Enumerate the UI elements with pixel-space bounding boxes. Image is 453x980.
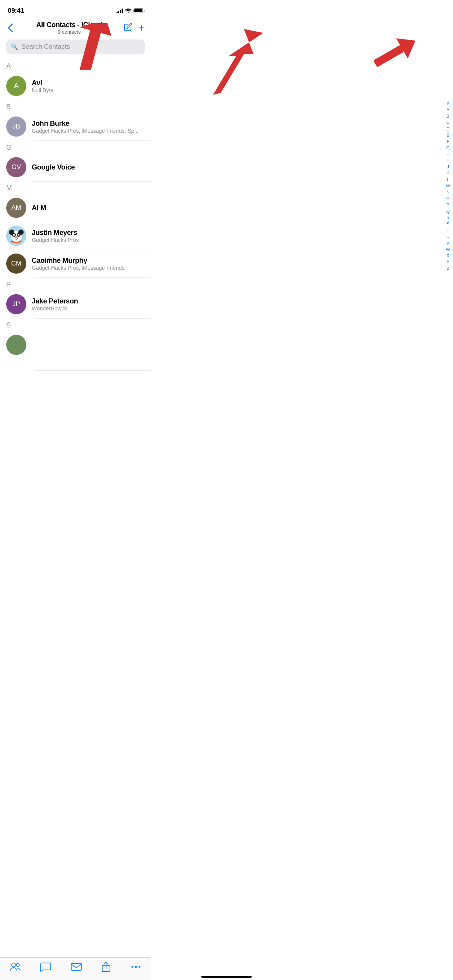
nav-title-container: All Contacts - iCloud 9 contacts [15,21,124,35]
contact-row-jake-peterson[interactable]: JP Jake Peterson WonderHowTo [0,290,151,318]
section-a: A A Avi Null Byte [0,59,151,100]
svg-point-10 [18,235,19,235]
contact-subtitle-justin-meyers: Gadget Hacks Pros [32,237,145,243]
contact-name-caoimhe-murphy: Caoimhe Murphy [32,257,145,265]
contact-name-google-voice: Google Voice [32,163,145,171]
contact-info-john-burke: John Burke Gadget Hacks Pros, iMessage F… [32,120,145,134]
svg-point-11 [15,236,17,238]
status-icons [117,9,144,13]
nav-title: All Contacts - iCloud [15,21,124,29]
contact-info-justin-meyers: Justin Meyers Gadget Hacks Pros [32,229,145,243]
search-bar[interactable]: 🔍 Search Contacts [6,39,145,54]
contact-info-al-m: Al M [32,204,145,212]
section-header-p: P [0,278,151,290]
contact-info-google-voice: Google Voice [32,163,145,171]
nav-header: All Contacts - iCloud 9 contacts + [0,19,151,39]
battery-icon [134,9,143,13]
section-header-b: B [0,100,151,113]
edit-button[interactable] [124,23,132,33]
section-g: G GV Google Voice [0,140,151,181]
avatar-al-m: AM [6,198,26,218]
contact-row-caoimhe-murphy[interactable]: CM Caoimhe Murphy Gadget Hacks Pros, iMe… [0,250,151,278]
contact-name-john-burke: John Burke [32,120,145,128]
contact-row-google-voice[interactable]: GV Google Voice [0,153,151,181]
svg-point-9 [14,235,14,235]
nav-actions: + [124,22,145,33]
contact-subtitle-john-burke: Gadget Hacks Pros, iMessage Friends, Sp.… [32,128,145,134]
contact-row-s-partial[interactable] [0,331,151,370]
section-header-s: S [0,318,151,331]
avatar-avi: A [6,76,26,96]
contact-name-jake-peterson: Jake Peterson [32,297,145,305]
contact-name-avi: Avi [32,79,145,87]
contact-info-caoimhe-murphy: Caoimhe Murphy Gadget Hacks Pros, iMessa… [32,257,145,271]
search-container: 🔍 Search Contacts [0,39,151,59]
section-header-m: M [0,181,151,194]
section-m: M AM Al M [0,181,151,278]
section-p: P JP Jake Peterson WonderHowTo [0,278,151,318]
add-contact-button[interactable]: + [139,22,145,33]
contact-subtitle-caoimhe-murphy: Gadget Hacks Pros, iMessage Friends [32,265,145,271]
contact-name-justin-meyers: Justin Meyers [32,229,145,237]
contact-name-al-m: Al M [32,204,145,212]
avatar-jake-peterson: JP [6,294,26,314]
avatar-google-voice: GV [6,157,26,177]
contact-list: A A Avi Null Byte B JB John Burke Gadget… [0,59,151,405]
nav-subtitle: 9 contacts [15,29,124,35]
avatar-caoimhe-murphy: CM [6,254,26,274]
contact-row-john-burke[interactable]: JB John Burke Gadget Hacks Pros, iMessag… [0,113,151,140]
section-b: B JB John Burke Gadget Hacks Pros, iMess… [0,100,151,140]
contact-info-jake-peterson: Jake Peterson WonderHowTo [32,297,145,312]
section-header-a: A [0,59,151,72]
contact-row-al-m[interactable]: AM Al M [0,194,151,222]
status-bar: 09:41 [0,0,151,19]
avatar-john-burke: JB [6,117,26,137]
section-header-g: G [0,140,151,153]
contact-subtitle-jake-peterson: WonderHowTo [32,305,145,312]
contact-subtitle-avi: Null Byte [32,87,145,93]
avatar-s-partial [6,335,26,355]
wifi-icon [125,9,131,13]
contact-info-avi: Avi Null Byte [32,79,145,93]
search-icon: 🔍 [11,43,18,50]
contact-row-avi[interactable]: A Avi Null Byte [0,72,151,100]
signal-bars-icon [117,9,123,13]
status-time: 09:41 [8,7,24,15]
back-button[interactable] [6,22,15,34]
avatar-justin-meyers [6,226,26,246]
contact-row-justin-meyers[interactable]: Justin Meyers Gadget Hacks Pros [0,222,151,250]
search-placeholder: Search Contacts [21,43,70,51]
section-s: S [0,318,151,370]
